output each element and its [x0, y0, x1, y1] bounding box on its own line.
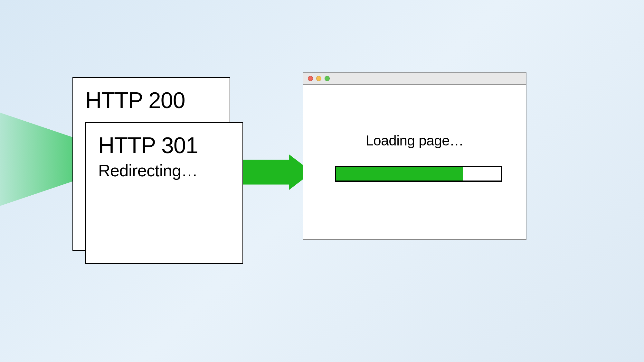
- browser-titlebar: [303, 73, 526, 85]
- minimize-icon[interactable]: [316, 76, 321, 81]
- progress-bar-fill: [336, 167, 463, 181]
- http-301-title: HTTP 301: [98, 133, 198, 158]
- incoming-beam: [0, 113, 77, 206]
- progress-bar: [335, 166, 502, 182]
- loading-label: Loading page…: [303, 133, 526, 149]
- redirect-arrow-icon: [235, 154, 312, 190]
- http-301-page: HTTP 301 Redirecting…: [85, 122, 243, 264]
- maximize-icon[interactable]: [325, 76, 330, 81]
- browser-window: Loading page…: [303, 72, 526, 240]
- http-200-title: HTTP 200: [85, 88, 185, 113]
- redirecting-label: Redirecting…: [98, 161, 198, 180]
- close-icon[interactable]: [308, 76, 313, 81]
